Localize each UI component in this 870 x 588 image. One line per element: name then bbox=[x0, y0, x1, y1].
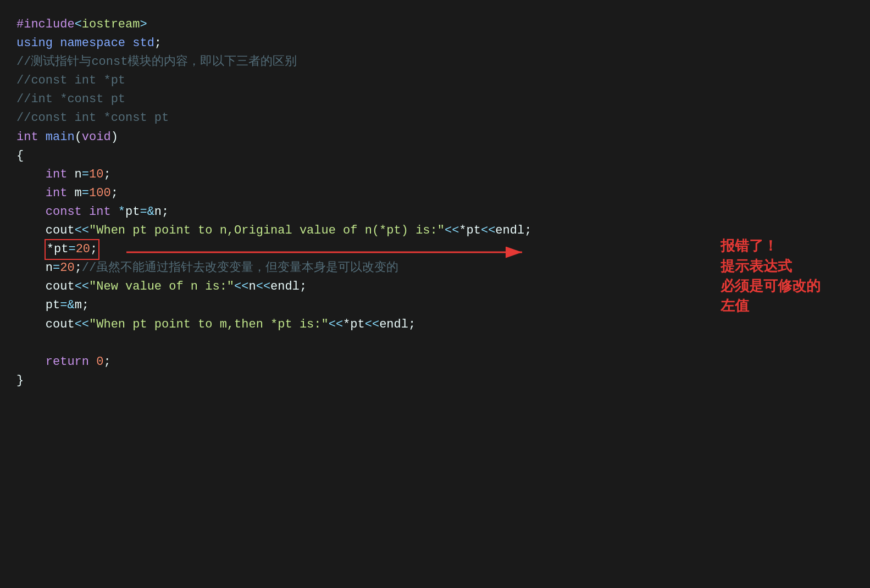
code-line-1: #include<iostream> bbox=[16, 15, 854, 34]
code-line-9: int n=10; bbox=[16, 165, 854, 184]
code-line-5: //int *const pt bbox=[16, 90, 854, 109]
error-line-container: *pt=20; 报错了！提示表达式必须是可修改的左值 bbox=[16, 240, 854, 259]
code-line-11: const int *pt=&n; bbox=[16, 203, 854, 221]
code-line-7: int main(void) bbox=[16, 128, 854, 147]
code-line-18 bbox=[16, 334, 854, 353]
lib-name: iostream bbox=[82, 18, 140, 31]
code-block: #include<iostream> using namespace std; … bbox=[16, 15, 854, 390]
error-arrow bbox=[126, 242, 566, 270]
code-line-17: cout<<"When pt point to m,then *pt is:"<… bbox=[16, 315, 854, 334]
error-highlighted-code: *pt=20; bbox=[46, 240, 98, 259]
code-line-3: //测试指针与const模块的内容，即以下三者的区别 bbox=[16, 53, 854, 71]
code-line-4: //const int *pt bbox=[16, 71, 854, 90]
error-annotation: 报错了！提示表达式必须是可修改的左值 bbox=[721, 236, 821, 316]
code-line-8: { bbox=[16, 147, 854, 165]
code-line-2: using namespace std; bbox=[16, 34, 854, 53]
code-line-19: return 0; bbox=[16, 353, 854, 371]
code-line-10: int m=100; bbox=[16, 184, 854, 203]
include-keyword: #include bbox=[16, 18, 75, 31]
code-line-20: } bbox=[16, 371, 854, 390]
code-line-6: //const int *const pt bbox=[16, 109, 854, 127]
